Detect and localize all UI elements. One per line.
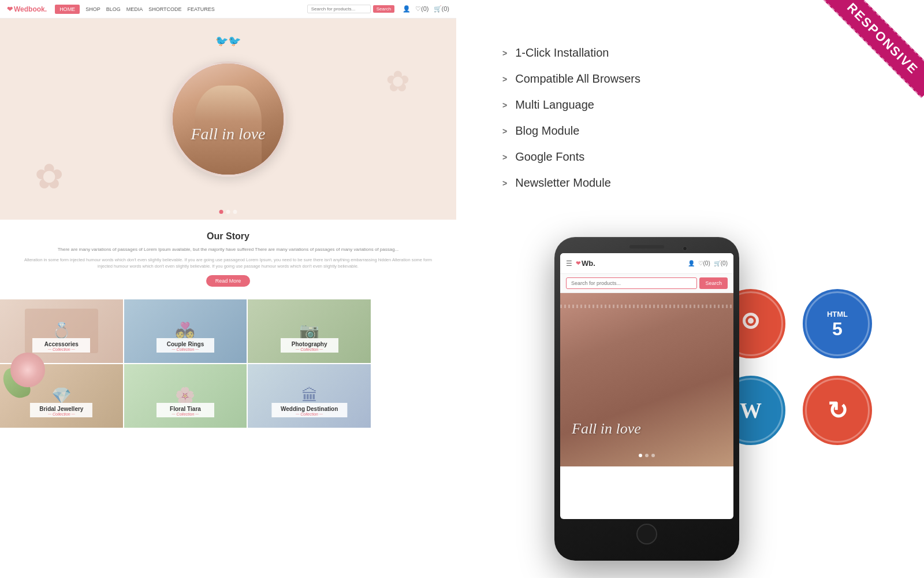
feature-arrow-3: >	[502, 101, 507, 110]
search-button[interactable]: Search	[373, 5, 394, 13]
category-grid: 💍 Accessories Collection 💑 Couple Rings …	[0, 299, 371, 428]
nav-logo: ❤ Wedbook.	[7, 5, 47, 13]
hero-dot-3[interactable]	[233, 210, 237, 214]
phone-search-bar: Search	[560, 274, 733, 293]
category-photography[interactable]: 📷 Photography Collection	[248, 299, 371, 363]
phone-wishlist-icon[interactable]: ♡(0)	[698, 260, 710, 266]
feature-arrow-2: >	[502, 75, 507, 84]
responsive-ribbon: RESPONSIVE	[797, 0, 924, 127]
nav-link-media[interactable]: MEDIA	[126, 6, 143, 12]
hero-dots	[219, 210, 237, 214]
phone-logo: ❤ Wb.	[576, 259, 595, 268]
phone-search-input[interactable]	[566, 277, 697, 289]
phone-nav-icons: 👤 ♡(0) 🛒(0)	[688, 260, 728, 266]
phone-mockup: ☰ ❤ Wb. 👤 ♡(0) 🛒(0) Search	[554, 237, 739, 561]
read-more-button[interactable]: Read More	[206, 275, 251, 287]
feature-newsletter: > Newsletter Module	[502, 176, 889, 190]
category-couple-bg: 💑	[124, 299, 247, 363]
phone-logo-heart-icon: ❤	[576, 260, 580, 266]
hero-dot-1[interactable]	[219, 210, 223, 214]
category-couple-label: Couple Rings Collection	[157, 338, 214, 353]
category-floral-bg: 🌸	[124, 364, 247, 428]
nav-icons: 👤 ♡(0) 🛒(0)	[403, 5, 449, 13]
phone-outer-shell: ☰ ❤ Wb. 👤 ♡(0) 🛒(0) Search	[554, 237, 739, 561]
nav-link-home[interactable]: HOME	[55, 5, 80, 14]
prestashop-icon-svg	[736, 309, 765, 338]
story-text-1: There are many variations of passages of…	[17, 246, 439, 253]
category-photography-label: Photography Collection	[281, 338, 338, 353]
feature-arrow-4: >	[502, 127, 507, 136]
phone-user-icon[interactable]: 👤	[688, 260, 695, 266]
category-photography-sub: Collection	[290, 347, 329, 351]
category-wedding-label: Wedding Destination Collection	[271, 403, 347, 417]
feature-text-2: Compatible All Browsers	[515, 72, 640, 86]
feature-text-4: Blog Module	[515, 124, 579, 138]
phone-hero-section: Fall in love	[560, 293, 733, 466]
category-floral-label: Floral Tiara Collection	[157, 403, 214, 417]
category-wedding-name: Wedding Destination	[281, 406, 338, 412]
hero-tagline: Fall in love	[191, 125, 265, 143]
hero-circle-image	[170, 61, 286, 177]
feature-arrow-5: >	[502, 153, 507, 162]
search-input[interactable]	[307, 5, 371, 13]
hero-dot-2[interactable]	[226, 210, 230, 214]
phone-dot-2[interactable]	[645, 454, 649, 457]
hero-couple-photo	[173, 64, 284, 175]
feature-text-6: Newsletter Module	[515, 176, 611, 190]
nav-link-shortcode[interactable]: SHORTCODE	[148, 6, 181, 12]
svg-point-2	[748, 318, 754, 324]
user-icon[interactable]: 👤	[403, 5, 411, 13]
category-photography-name: Photography	[290, 341, 329, 347]
tech-icon-html5-inner: HTML 5	[805, 291, 870, 356]
hero-section: 🐦🐦 ✿ ✿ Fall in love	[0, 18, 456, 220]
feature-text-5: Google Fonts	[515, 150, 584, 164]
phone-cart-icon[interactable]: 🛒(0)	[714, 260, 728, 266]
phone-hero-dots	[639, 454, 655, 457]
hero-floral-left-icon: ✿	[35, 156, 64, 197]
ribbon-text: RESPONSIVE	[823, 0, 924, 98]
nav-link-blog[interactable]: BLOG	[106, 6, 121, 12]
hero-birds-icon: 🐦🐦	[215, 35, 241, 47]
category-couple-rings[interactable]: 💑 Couple Rings Collection	[124, 299, 247, 363]
flower-bloom-icon	[10, 353, 45, 387]
feature-arrow-1: >	[502, 49, 507, 58]
hero-floral-right-icon: ✿	[386, 65, 410, 98]
tech-icon-html5: HTML 5	[803, 289, 872, 358]
phone-dot-1[interactable]	[639, 454, 642, 457]
cart-icon[interactable]: 🛒(0)	[434, 5, 449, 13]
phone-screen: ☰ ❤ Wb. 👤 ♡(0) 🛒(0) Search	[560, 253, 733, 519]
wishlist-icon[interactable]: ♡(0)	[415, 5, 429, 13]
category-photography-bg: 📷	[248, 299, 371, 363]
nav-logo-heart: ❤	[7, 5, 13, 13]
story-text-2: Alteration in some form injected humour …	[17, 257, 439, 270]
right-panel: RESPONSIVE > 1-Click Installation > Comp…	[456, 0, 924, 578]
category-couple-sub: Collection	[166, 347, 205, 351]
category-floral-sub: Collection	[166, 412, 205, 416]
nav-search: Search	[307, 5, 394, 13]
phone-logo-text: Wb.	[582, 259, 595, 268]
feature-text-3: Multi Language	[515, 98, 594, 112]
category-wedding-bg: 🏛	[248, 364, 371, 428]
category-bridal-label: Bridal Jewellery Collection	[30, 403, 92, 417]
phone-hamburger-icon[interactable]: ☰	[566, 260, 572, 268]
phone-hero-tagline: Fall in love	[572, 420, 641, 438]
category-couple-name: Couple Rings	[166, 341, 205, 347]
feature-arrow-6: >	[502, 179, 507, 188]
phone-home-button[interactable]	[636, 524, 657, 544]
nav-link-shop[interactable]: SHOP	[85, 6, 100, 12]
flower-decoration	[5, 329, 48, 399]
phone-dot-3[interactable]	[651, 454, 655, 457]
desktop-nav: ❤ Wedbook. HOME SHOP BLOG MEDIA SHORTCOD…	[0, 0, 456, 18]
category-wedding[interactable]: 🏛 Wedding Destination Collection	[248, 364, 371, 428]
story-section: Our Story There are many variations of p…	[0, 220, 456, 299]
category-floral[interactable]: 🌸 Floral Tiara Collection	[124, 364, 247, 428]
story-title: Our Story	[17, 231, 439, 242]
nav-links: HOME SHOP BLOG MEDIA SHORTCODE FEATURES	[55, 5, 215, 14]
phone-search-button[interactable]: Search	[699, 277, 728, 289]
category-wedding-sub: Collection	[281, 412, 338, 416]
phone-speaker	[629, 245, 664, 249]
nav-logo-text: Wedbook.	[14, 5, 47, 13]
category-bridal-name: Bridal Jewellery	[39, 406, 83, 412]
feature-text-1: 1-Click Installation	[515, 46, 609, 60]
nav-link-features[interactable]: FEATURES	[188, 6, 215, 12]
